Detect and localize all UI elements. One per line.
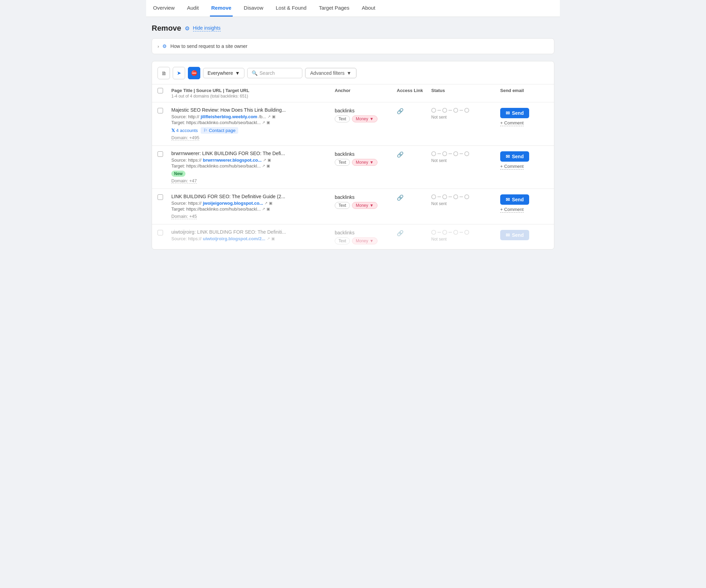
link-chain-icon-1[interactable]: 🔗 xyxy=(397,108,404,114)
send-filter-button[interactable]: ➤ xyxy=(173,67,185,79)
advanced-filters-label: Advanced filters xyxy=(310,70,345,76)
hide-insights-button[interactable]: Hide insights xyxy=(193,25,221,31)
external-link-icon-7[interactable]: ↗ xyxy=(267,236,270,241)
external-link-icon-4[interactable]: ↗ xyxy=(262,164,265,168)
row-checkbox-2[interactable] xyxy=(158,151,163,157)
status-dot-3 xyxy=(453,108,458,113)
row-checkbox-3[interactable] xyxy=(158,194,163,200)
row-title-4: uiwtoijroirg: LINK BUILDING FOR SEO: The… xyxy=(171,229,335,235)
page-col-subtext: 1-4 out of 4 domains (total backlinks: 6… xyxy=(171,94,335,99)
access-cell-4: 🔗 xyxy=(397,229,431,236)
table-header: Page Title | Source URL | Target URL 1-4… xyxy=(152,84,554,102)
row-source-4: Source: https://uiwtoijroirg.blogspot.co… xyxy=(171,236,335,241)
export-button[interactable]: 🗎 xyxy=(158,67,170,79)
comment-button-2[interactable]: + Comment xyxy=(500,164,524,170)
status-label-4: Not sent xyxy=(431,237,500,242)
row-target-1: Target: https://backlinko.com/hub/seo/ba… xyxy=(171,120,335,125)
domain-label-2: Domain: +47 xyxy=(171,178,197,184)
row-checkbox-4[interactable] xyxy=(158,230,163,235)
chevron-down-icon-filter: ▼ xyxy=(346,70,351,76)
nav-target-pages[interactable]: Target Pages xyxy=(317,0,351,17)
gear-icon-info: ⚙ xyxy=(162,43,167,49)
external-link-icon[interactable]: ↗ xyxy=(268,114,271,119)
tag-text-3: Text xyxy=(335,202,350,209)
row-content-2: brwrrrwwerer: LINK BUILDING FOR SEO: The… xyxy=(171,151,335,184)
anchor-tags-2: Text Money ▼ xyxy=(335,159,397,166)
page-col-header: Page Title | Source URL | Target URL xyxy=(171,88,335,93)
external-link-icon-2[interactable]: ↗ xyxy=(262,120,265,125)
send-col-header: Send email xyxy=(500,88,548,93)
search-placeholder: Search xyxy=(260,70,275,76)
send-button-4[interactable]: ✉ Send xyxy=(500,230,529,240)
nav-audit[interactable]: Audit xyxy=(186,0,200,17)
page-header: Remove ⚙ Hide insights xyxy=(152,24,554,33)
link-chain-icon-3[interactable]: 🔗 xyxy=(397,194,404,201)
search-box[interactable]: 🔍 Search xyxy=(247,68,302,78)
link-chain-icon-2[interactable]: 🔗 xyxy=(397,151,404,158)
access-cell-3: 🔗 xyxy=(397,194,431,201)
link-chain-icon-4[interactable]: 🔗 xyxy=(397,230,404,236)
comment-button-3[interactable]: + Comment xyxy=(500,207,524,213)
contact-page-tag-1[interactable]: ⚐ Contact page xyxy=(201,127,238,134)
top-navigation: Overview Audit Remove Disavow Lost & Fou… xyxy=(146,0,560,17)
location-dropdown[interactable]: Everywhere ▼ xyxy=(203,68,244,78)
send-button-3[interactable]: ✉ Send xyxy=(500,194,529,205)
status-dots-2 xyxy=(431,151,500,156)
new-badge-2: New xyxy=(171,171,185,177)
anchor-text-1: backlinks xyxy=(335,108,397,113)
anchor-cell-3: backlinks Text Money ▼ xyxy=(335,194,397,209)
send-cell-2: ✉ Send + Comment xyxy=(500,151,548,170)
copy-icon-2[interactable]: ▣ xyxy=(266,120,270,125)
anchor-cell-2: backlinks Text Money ▼ xyxy=(335,151,397,166)
comment-icon-2: + xyxy=(500,164,503,169)
nav-about[interactable]: About xyxy=(360,0,376,17)
advanced-filters-button[interactable]: Advanced filters ▼ xyxy=(305,68,356,78)
table-row: Majestic SEO Review: How Does This Link … xyxy=(152,102,554,146)
export-icon: 🗎 xyxy=(161,70,167,76)
mail-icon-2: ✉ xyxy=(506,154,510,159)
tag-money-4[interactable]: Money ▼ xyxy=(352,237,377,244)
copy-icon-5[interactable]: ▣ xyxy=(269,201,272,205)
search-icon: 🔍 xyxy=(252,70,258,76)
send-button-2[interactable]: ✉ Send xyxy=(500,151,529,162)
nav-remove[interactable]: Remove xyxy=(210,0,233,17)
copy-icon-3[interactable]: ▣ xyxy=(268,158,271,162)
tag-money-2[interactable]: Money ▼ xyxy=(352,159,377,166)
external-link-icon-3[interactable]: ↗ xyxy=(263,158,266,162)
access-cell-2: 🔗 xyxy=(397,151,431,158)
select-all-checkbox[interactable] xyxy=(158,88,163,93)
nav-lost-found[interactable]: Lost & Found xyxy=(274,0,308,17)
copy-icon-7[interactable]: ▣ xyxy=(271,236,275,241)
row-checkbox-1[interactable] xyxy=(158,108,163,113)
nav-overview[interactable]: Overview xyxy=(152,0,176,17)
copy-icon-4[interactable]: ▣ xyxy=(266,164,270,168)
row-target-2: Target: https://backlinko.com/hub/seo/ba… xyxy=(171,163,335,169)
block-button[interactable]: ⛔ xyxy=(188,67,200,79)
status-cell-3: Not sent xyxy=(431,194,500,206)
anchor-text-3: backlinks xyxy=(335,194,397,200)
chevron-down-icon-money: ▼ xyxy=(370,116,374,121)
anchor-cell-1: backlinks Text Money ▼ xyxy=(335,107,397,122)
send-button-1[interactable]: ✉ Send xyxy=(500,108,529,118)
mail-icon-4: ✉ xyxy=(506,232,510,238)
anchor-tags-4: Text Money ▼ xyxy=(335,237,397,244)
row-title-1: Majestic SEO Review: How Does This Link … xyxy=(171,107,335,113)
external-link-icon-6[interactable]: ↗ xyxy=(262,207,265,211)
anchor-cell-4: backlinks Text Money ▼ xyxy=(335,229,397,244)
table-row: uiwtoijroirg: LINK BUILDING FOR SEO: The… xyxy=(152,224,554,249)
chevron-right-icon[interactable]: › xyxy=(158,44,159,49)
copy-icon-6[interactable]: ▣ xyxy=(266,207,270,211)
accounts-tag-1[interactable]: 𝕏 4 accounts xyxy=(171,128,198,133)
external-link-icon-5[interactable]: ↗ xyxy=(264,201,268,205)
mail-icon: ✉ xyxy=(506,110,510,116)
status-dots-3 xyxy=(431,194,500,199)
copy-icon[interactable]: ▣ xyxy=(272,114,275,119)
mail-icon-3: ✉ xyxy=(506,197,510,202)
select-all-checkbox-cell xyxy=(158,88,171,93)
info-box-text: How to send request to a site owner xyxy=(170,43,247,49)
tag-money-1[interactable]: Money ▼ xyxy=(352,115,377,122)
tag-money-3[interactable]: Money ▼ xyxy=(352,202,377,209)
nav-disavow[interactable]: Disavow xyxy=(242,0,265,17)
comment-button-1[interactable]: + Comment xyxy=(500,120,524,126)
row-source-1: Source: http://jillfleisherblog.weebly.c… xyxy=(171,114,335,119)
